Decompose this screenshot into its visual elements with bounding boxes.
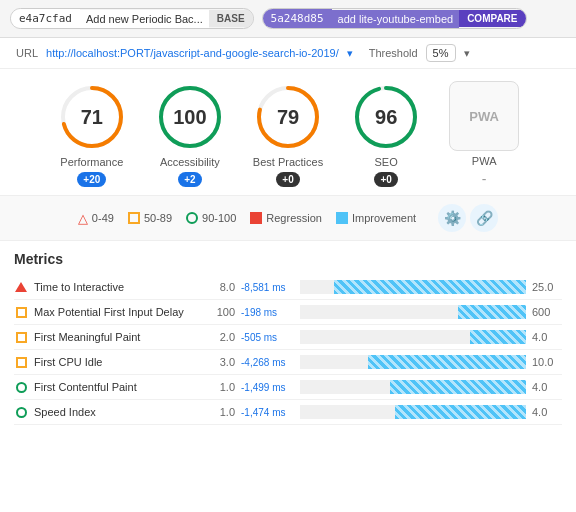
- metric-icon-circle: [16, 407, 27, 418]
- score-number-accessibility: 100: [173, 105, 206, 128]
- metric-icon-square: [16, 357, 27, 368]
- metric-row-fci: First CPU Idle 3.0 -4,268 ms 10.0: [14, 350, 562, 375]
- legend-90-100-label: 90-100: [202, 212, 236, 224]
- metric-row-tti: Time to Interactive 8.0 -8,581 ms 25.0: [14, 275, 562, 300]
- legend-improvement: Improvement: [336, 212, 416, 224]
- metric-bar-container-tti: [300, 280, 526, 294]
- base-commit-badge[interactable]: e4a7cfad Add new Periodic Bac... BASE: [10, 8, 254, 29]
- score-number-performance: 71: [81, 105, 103, 128]
- score-best-practices: 79 Best Practices +0: [253, 82, 323, 187]
- threshold-value[interactable]: 5%: [426, 44, 456, 62]
- score-performance: 71 Performance +20: [57, 82, 127, 187]
- legend-bar: △ 0-49 50-89 90-100 Regression Improveme…: [0, 196, 576, 241]
- metric-icon-triangle: [15, 282, 27, 292]
- score-number-best-practices: 79: [277, 105, 299, 128]
- score-label-best-practices: Best Practices: [253, 156, 323, 168]
- metric-bar-fill-mpfid: [458, 305, 526, 319]
- legend-50-89: 50-89: [128, 212, 172, 224]
- metrics-section: Metrics Time to Interactive 8.0 -8,581 m…: [0, 241, 576, 435]
- metric-base-val-mpfid: 100: [205, 306, 235, 318]
- base-commit-hash: e4a7cfad: [11, 9, 80, 28]
- metric-base-val-si: 1.0: [205, 406, 235, 418]
- action-btn-1[interactable]: ⚙️: [438, 204, 466, 232]
- score-pwa: PWA PWA -: [449, 81, 519, 187]
- compare-commit-hash: 5a248d85: [263, 9, 332, 28]
- score-badge-best-practices: +0: [276, 172, 299, 187]
- score-ring-accessibility: 100: [155, 82, 225, 152]
- url-dropdown-button[interactable]: ▾: [347, 47, 353, 60]
- url-label: URL: [16, 47, 38, 59]
- metric-bar-area-tti: -8,581 ms: [241, 280, 526, 294]
- metric-bar-fill-tti: [334, 280, 526, 294]
- metric-name-fcp: First Contentful Paint: [34, 381, 199, 393]
- legend-actions: ⚙️ 🔗: [438, 204, 498, 232]
- compare-commit-badge[interactable]: 5a248d85 add lite-youtube-embed COMPARE: [262, 8, 527, 29]
- action-btn-2[interactable]: 🔗: [470, 204, 498, 232]
- metric-bar-area-fcp: -1,499 ms: [241, 380, 526, 394]
- metric-bar-container-fci: [300, 355, 526, 369]
- score-pwa-label: PWA: [472, 155, 497, 167]
- score-label-accessibility: Accessibility: [160, 156, 220, 168]
- metric-bar-fill-si: [395, 405, 526, 419]
- metric-bar-fill-fci: [368, 355, 526, 369]
- metric-base-val-tti: 8.0: [205, 281, 235, 293]
- metric-bar-container-fcp: [300, 380, 526, 394]
- legend-90-100: 90-100: [186, 212, 236, 224]
- score-badge-performance: +20: [77, 172, 106, 187]
- score-ring-seo: 96: [351, 82, 421, 152]
- metric-icon-square: [16, 332, 27, 343]
- score-label-performance: Performance: [60, 156, 123, 168]
- metric-compare-val-mpfid: 600: [532, 306, 562, 318]
- metrics-rows: Time to Interactive 8.0 -8,581 ms 25.0 M…: [14, 275, 562, 425]
- legend-regression-label: Regression: [266, 212, 322, 224]
- score-pwa-badge: -: [482, 171, 487, 187]
- score-badge-seo: +0: [374, 172, 397, 187]
- metric-icon-si: [14, 405, 28, 419]
- metric-bar-area-si: -1,474 ms: [241, 405, 526, 419]
- metric-icon-mpfid: [14, 305, 28, 319]
- metric-change-fmp: -505 ms: [241, 332, 296, 343]
- metric-icon-square: [16, 307, 27, 318]
- pwa-box: PWA: [449, 81, 519, 151]
- metric-bar-container-mpfid: [300, 305, 526, 319]
- regression-icon: [250, 212, 262, 224]
- compare-commit-message: add lite-youtube-embed: [332, 10, 460, 28]
- base-commit-type: BASE: [209, 10, 253, 27]
- metric-bar-area-mpfid: -198 ms: [241, 305, 526, 319]
- metric-change-fcp: -1,499 ms: [241, 382, 296, 393]
- scores-section: 71 Performance +20 100 Accessibility +2 …: [0, 69, 576, 196]
- metric-compare-val-si: 4.0: [532, 406, 562, 418]
- triangle-icon: △: [78, 212, 88, 225]
- score-label-seo: SEO: [375, 156, 398, 168]
- metric-bar-area-fci: -4,268 ms: [241, 355, 526, 369]
- metric-base-val-fcp: 1.0: [205, 381, 235, 393]
- metric-icon-tti: [14, 280, 28, 294]
- score-badge-accessibility: +2: [178, 172, 201, 187]
- metric-change-tti: -8,581 ms: [241, 282, 296, 293]
- metrics-title: Metrics: [14, 251, 562, 267]
- url-bar: URL http://localhost:PORT/javascript-and…: [0, 38, 576, 69]
- metric-change-mpfid: -198 ms: [241, 307, 296, 318]
- url-link[interactable]: http://localhost:PORT/javascript-and-goo…: [46, 47, 339, 59]
- base-commit-message: Add new Periodic Bac...: [80, 10, 209, 28]
- metric-icon-circle: [16, 382, 27, 393]
- metric-icon-fcp: [14, 380, 28, 394]
- improvement-icon: [336, 212, 348, 224]
- metric-name-mpfid: Max Potential First Input Delay: [34, 306, 199, 318]
- metric-base-val-fci: 3.0: [205, 356, 235, 368]
- top-bar: e4a7cfad Add new Periodic Bac... BASE 5a…: [0, 0, 576, 38]
- metric-name-fmp: First Meaningful Paint: [34, 331, 199, 343]
- threshold-label: Threshold: [369, 47, 418, 59]
- compare-commit-type: COMPARE: [459, 10, 525, 27]
- score-ring-best-practices: 79: [253, 82, 323, 152]
- legend-0-49-label: 0-49: [92, 212, 114, 224]
- metric-icon-fci: [14, 355, 28, 369]
- metric-bar-container-fmp: [300, 330, 526, 344]
- metric-name-fci: First CPU Idle: [34, 356, 199, 368]
- metric-bar-area-fmp: -505 ms: [241, 330, 526, 344]
- metric-row-si: Speed Index 1.0 -1,474 ms 4.0: [14, 400, 562, 425]
- score-number-seo: 96: [375, 105, 397, 128]
- legend-0-49: △ 0-49: [78, 212, 114, 225]
- metric-row-fcp: First Contentful Paint 1.0 -1,499 ms 4.0: [14, 375, 562, 400]
- metric-bar-fill-fcp: [390, 380, 526, 394]
